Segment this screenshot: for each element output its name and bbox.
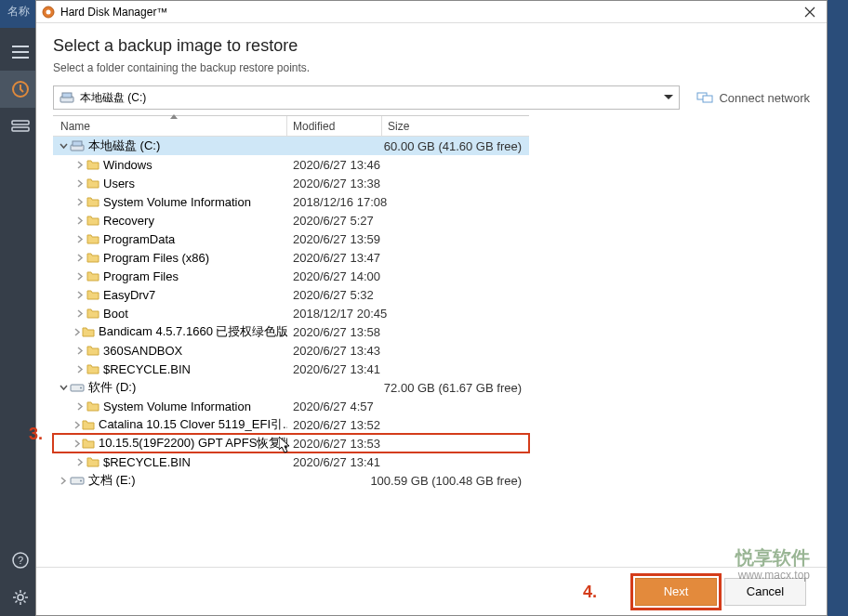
- folder-icon: [86, 308, 99, 319]
- node-modified: 2020/6/27 13:46: [287, 158, 382, 172]
- folder-icon: [86, 215, 99, 226]
- network-icon: [696, 91, 713, 104]
- svg-rect-3: [12, 127, 29, 131]
- node-name: 360SANDBOX: [103, 344, 182, 358]
- chevron-right-icon[interactable]: [73, 328, 82, 336]
- chevron-right-icon[interactable]: [73, 272, 86, 281]
- tree-row[interactable]: Bandicam 4.5.7.1660 已授权绿色版2020/6/27 13:5…: [53, 322, 529, 341]
- tree-row[interactable]: EasyDrv72020/6/27 5:32: [53, 285, 529, 304]
- path-dropdown[interactable]: 本地磁盘 (C:): [53, 85, 680, 110]
- chevron-right-icon[interactable]: [73, 458, 86, 466]
- folder-icon: [86, 252, 99, 263]
- node-name: System Volume Information: [103, 400, 251, 413]
- folder-icon: [86, 289, 99, 300]
- node-modified: 2020/6/27 4:57: [287, 400, 382, 413]
- node-name: $RECYCLE.BIN: [103, 455, 191, 469]
- node-size: 72.00 GB (61.67 GB free): [378, 381, 529, 395]
- folder-icon: [86, 456, 99, 467]
- tree-row[interactable]: $RECYCLE.BIN2020/6/27 13:41: [53, 452, 529, 471]
- node-name: 文档 (E:): [88, 472, 136, 489]
- col-name[interactable]: Name: [53, 116, 287, 136]
- folder-icon: [86, 177, 99, 189]
- folder-icon: [86, 196, 99, 207]
- chevron-right-icon[interactable]: [57, 477, 70, 485]
- node-name: $RECYCLE.BIN: [103, 362, 191, 376]
- drive-icon: [70, 139, 85, 152]
- annotation-step3: 3.: [29, 425, 43, 444]
- chevron-down-icon[interactable]: [57, 142, 70, 151]
- tree-row[interactable]: Users2020/6/27 13:38: [53, 174, 529, 192]
- chevron-down-icon[interactable]: [57, 384, 70, 392]
- annotation-step4: 4.: [583, 583, 597, 602]
- tree-row[interactable]: 360SANDBOX2020/6/27 13:43: [53, 341, 529, 360]
- dialog-footer: 4. Next Cancel: [36, 567, 827, 615]
- tree-rows: 本地磁盘 (C:)60.00 GB (41.60 GB free)Windows…: [53, 137, 529, 490]
- file-table: Name Modified Size 本地磁盘 (C:)60.00 GB (41…: [53, 115, 529, 490]
- node-modified: 2018/12/16 17:08: [287, 195, 382, 209]
- tree-row[interactable]: ProgramData2020/6/27 13:59: [53, 229, 529, 248]
- node-modified: 2020/6/27 13:52: [287, 418, 382, 432]
- chevron-right-icon[interactable]: [73, 365, 86, 374]
- tree-row[interactable]: Boot2018/12/17 20:45: [53, 304, 529, 322]
- close-button[interactable]: [799, 3, 821, 21]
- dialog-heading: Select a backup image to restore: [53, 36, 810, 56]
- path-row: 本地磁盘 (C:) Connect network: [53, 85, 810, 110]
- col-size[interactable]: Size: [382, 116, 529, 136]
- tree-row[interactable]: System Volume Information2020/6/27 4:57: [53, 397, 529, 415]
- node-name: 本地磁盘 (C:): [88, 138, 160, 154]
- node-size: 60.00 GB (41.60 GB free): [378, 139, 529, 153]
- tree-row[interactable]: Windows2020/6/27 13:46: [53, 155, 529, 174]
- next-button[interactable]: Next: [635, 578, 717, 606]
- help-icon: ?: [12, 552, 29, 569]
- chevron-right-icon[interactable]: [73, 198, 86, 206]
- col-modified[interactable]: Modified: [287, 116, 382, 136]
- tree-row[interactable]: Catalina 10.15 Clover 5119_EFI引...2020/6…: [53, 415, 529, 434]
- chevron-right-icon[interactable]: [73, 347, 86, 355]
- svg-rect-14: [73, 141, 82, 146]
- chevron-right-icon[interactable]: [73, 179, 86, 188]
- folder-icon: [86, 233, 99, 244]
- chevron-right-icon[interactable]: [73, 309, 86, 318]
- node-modified: 2020/6/27 13:58: [287, 325, 382, 339]
- dialog-subheading: Select a folder containing the backup re…: [53, 61, 810, 74]
- restore-dialog: Hard Disk Manager™ Select a backup image…: [35, 0, 828, 616]
- tree-row[interactable]: System Volume Information2018/12/16 17:0…: [53, 192, 529, 211]
- tree-row[interactable]: 文档 (E:)100.59 GB (100.48 GB free): [53, 471, 529, 490]
- chevron-right-icon[interactable]: [73, 216, 86, 225]
- node-modified: 2020/6/27 13:47: [287, 251, 382, 265]
- folder-icon: [86, 270, 99, 282]
- menu-icon: [12, 46, 29, 59]
- svg-point-6: [18, 595, 23, 600]
- node-modified: 2020/6/27 13:41: [287, 362, 382, 376]
- folder-icon: [82, 419, 95, 430]
- node-name: Recovery: [103, 214, 154, 228]
- connect-network-link[interactable]: Connect network: [696, 91, 810, 105]
- tree-row[interactable]: 软件 (D:)72.00 GB (61.67 GB free): [53, 378, 529, 397]
- folder-icon: [82, 326, 95, 337]
- chevron-right-icon[interactable]: [73, 402, 86, 411]
- tree-row[interactable]: Recovery2020/6/27 5:27: [53, 211, 529, 229]
- titlebar: Hard Disk Manager™: [36, 1, 827, 23]
- tree-row[interactable]: Program Files2020/6/27 14:00: [53, 267, 529, 285]
- svg-text:?: ?: [18, 555, 23, 566]
- tree-row[interactable]: 10.15.5(19F2200) GPT APFS恢复版2020/6/27 13…: [53, 434, 529, 452]
- svg-point-16: [80, 387, 82, 389]
- node-name: Program Files (x86): [103, 251, 209, 265]
- svg-point-18: [80, 480, 82, 482]
- cancel-button[interactable]: Cancel: [724, 578, 806, 606]
- disk-icon: [70, 475, 85, 486]
- tree-row[interactable]: 本地磁盘 (C:)60.00 GB (41.60 GB free): [53, 137, 529, 155]
- node-name: System Volume Information: [103, 195, 251, 209]
- chevron-right-icon[interactable]: [73, 291, 86, 299]
- tree-row[interactable]: Program Files (x86)2020/6/27 13:47: [53, 248, 529, 267]
- folder-icon: [86, 363, 99, 374]
- svg-rect-2: [12, 121, 29, 125]
- node-name: Program Files: [103, 269, 179, 283]
- folder-icon: [86, 400, 99, 412]
- chevron-right-icon[interactable]: [73, 439, 82, 448]
- chevron-right-icon[interactable]: [73, 254, 86, 262]
- chevron-right-icon[interactable]: [73, 421, 82, 429]
- chevron-right-icon[interactable]: [73, 235, 86, 243]
- chevron-right-icon[interactable]: [73, 161, 86, 169]
- tree-row[interactable]: $RECYCLE.BIN2020/6/27 13:41: [53, 360, 529, 378]
